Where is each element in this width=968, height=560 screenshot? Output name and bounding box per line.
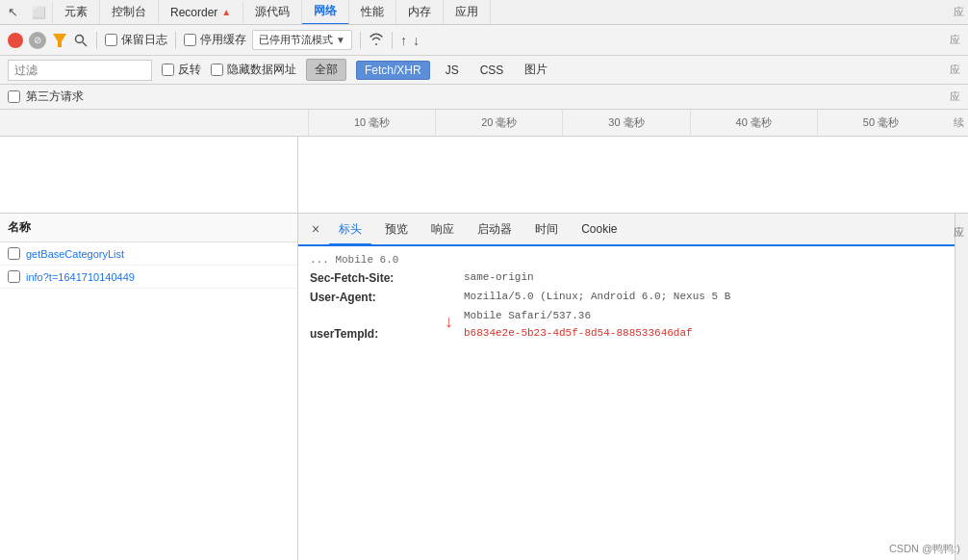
svg-marker-0 <box>53 34 66 47</box>
request-name-1[interactable]: getBaseCategoryList <box>26 248 124 260</box>
tab-preview[interactable]: 预览 <box>375 216 418 245</box>
timeline-mark-2: 20 毫秒 <box>435 110 562 136</box>
tab-cursor: ↖ <box>0 1 26 23</box>
header-value-mobile-safari: Mobile Safari/537.36 <box>464 310 591 321</box>
header-key-user-agent: User-Agent: <box>310 291 464 304</box>
right-panel-content: ... Mobile 6.0 Sec-Fetch-Site: same-orig… <box>298 246 955 560</box>
right-side-bar-label2: 应 <box>950 63 960 77</box>
filter-input[interactable] <box>8 60 152 81</box>
request-name-2[interactable]: info?t=1641710140449 <box>26 271 135 283</box>
right-side-bar-label: 应 <box>950 33 960 47</box>
disable-cache-input[interactable] <box>184 34 196 46</box>
throttle-select[interactable]: 已停用节流模式 ▼ <box>252 30 352 50</box>
preserve-log-checkbox[interactable]: 保留日志 <box>105 32 167 48</box>
red-arrow-indicator: ↓ <box>445 312 453 332</box>
disable-cache-label: 停用缓存 <box>200 32 246 48</box>
right-side-bar-label3: 应 <box>950 89 960 104</box>
css-filter-btn[interactable]: CSS <box>474 62 510 79</box>
timeline-mark-4: 40 毫秒 <box>690 110 817 136</box>
fetch-xhr-filter-btn[interactable]: Fetch/XHR <box>356 61 430 80</box>
tab-performance[interactable]: 性能 <box>349 0 396 24</box>
tab-console[interactable]: 控制台 <box>100 0 159 24</box>
tab-elements[interactable]: 元素 <box>53 0 100 24</box>
right-panel-tabs: × 标头 预览 响应 启动器 时间 Cookie <box>298 214 955 246</box>
header-key-sec-fetch-site: Sec-Fetch-Site: <box>310 271 464 285</box>
throttle-label: 已停用节流模式 <box>259 33 333 47</box>
timeline-right-empty <box>298 137 968 213</box>
left-panel-header: 名称 <box>0 214 297 242</box>
name-column-header: 名称 <box>8 219 31 236</box>
third-party-label: 第三方请求 <box>26 89 84 105</box>
timeline-left-empty <box>0 137 298 213</box>
timeline-markers: 10 毫秒 20 毫秒 30 毫秒 40 毫秒 50 毫秒 <box>298 110 954 136</box>
sep-1 <box>96 32 97 49</box>
throttle-arrow-icon: ▼ <box>336 35 345 45</box>
request-checkbox-1[interactable] <box>8 247 20 260</box>
timeline-mark-5: 50 毫秒 <box>817 110 944 136</box>
tab-recorder[interactable]: Recorder ▲ <box>159 2 243 23</box>
invert-label: 反转 <box>178 62 201 78</box>
tab-memory[interactable]: 内存 <box>396 0 444 24</box>
header-key-user-temp-id: userTempId: <box>310 327 464 341</box>
tab-headers[interactable]: 标头 <box>329 216 371 245</box>
tab-source[interactable]: 源代码 <box>243 0 302 24</box>
img-filter-btn[interactable]: 图片 <box>519 60 553 80</box>
timeline-mark-1: 10 毫秒 <box>308 110 435 136</box>
sep-4 <box>392 32 393 49</box>
tab-application[interactable]: 应用 <box>444 0 491 24</box>
svg-line-2 <box>83 42 87 46</box>
tab-cookie[interactable]: Cookie <box>572 216 626 243</box>
header-row-mobile-safari: Mobile Safari/537.36 <box>310 310 943 321</box>
download-icon[interactable]: ↓ <box>413 33 420 48</box>
right-side-label-1: 应 <box>950 5 968 19</box>
filter-icon[interactable] <box>52 33 67 48</box>
header-partial-top: ... Mobile 6.0 <box>310 254 943 266</box>
upload-icon[interactable]: ↑ <box>400 33 407 48</box>
search-icon[interactable] <box>73 33 89 48</box>
sep-2 <box>175 32 176 49</box>
invert-checkbox[interactable]: 反转 <box>162 62 201 78</box>
disable-cache-checkbox[interactable]: 停用缓存 <box>184 32 246 48</box>
svg-point-1 <box>76 35 84 42</box>
record-button[interactable] <box>8 33 23 48</box>
hide-data-urls-checkbox[interactable]: 隐藏数据网址 <box>211 62 296 78</box>
tab-response[interactable]: 响应 <box>421 216 464 245</box>
tab-initiator[interactable]: 启动器 <box>468 216 522 245</box>
header-row-user-temp-id: userTempId: b6834e2e-5b23-4d5f-8d54-8885… <box>310 327 943 341</box>
right-side-bar-label4: 续 <box>954 115 968 130</box>
header-row-sec-fetch-site: Sec-Fetch-Site: same-origin <box>310 271 943 285</box>
tab-network[interactable]: 网络 <box>302 0 349 25</box>
clear-button[interactable]: ⊘ <box>29 32 46 49</box>
request-checkbox-2[interactable] <box>8 270 20 283</box>
tab-timing[interactable]: 时间 <box>525 216 568 245</box>
csdn-watermark: CSDN @鸭鸭:) <box>889 542 960 556</box>
tab-element-icon[interactable]: ⬜ <box>26 2 53 23</box>
invert-input[interactable] <box>162 64 174 76</box>
header-value-user-agent: Mozilla/5.0 (Linux; Android 6.0; Nexus 5… <box>464 291 730 302</box>
preserve-log-label: 保留日志 <box>121 32 167 48</box>
hide-data-urls-label: 隐藏数据网址 <box>227 62 296 78</box>
right-side-bar: 应 <box>955 214 968 560</box>
wifi-icon[interactable] <box>369 32 384 48</box>
all-filter-btn[interactable]: 全部 <box>306 59 346 81</box>
header-row-user-agent: User-Agent: Mozilla/5.0 (Linux; Android … <box>310 291 943 304</box>
right-side-label-a: 应 <box>955 214 968 221</box>
preserve-log-input[interactable] <box>105 34 117 46</box>
sep-3 <box>360 32 361 49</box>
js-filter-btn[interactable]: JS <box>440 62 465 79</box>
request-item-2[interactable]: info?t=1641710140449 <box>0 266 297 289</box>
header-value-user-temp-id: b6834e2e-5b23-4d5f-8d54-888533646daf <box>464 327 693 339</box>
tab-close-btn[interactable]: × <box>306 219 325 239</box>
header-value-sec-fetch-site: same-origin <box>464 271 534 283</box>
timeline-mark-3: 30 毫秒 <box>562 110 689 136</box>
request-item-1[interactable]: getBaseCategoryList <box>0 242 297 266</box>
third-party-checkbox[interactable] <box>8 90 20 103</box>
left-panel-spacer <box>0 289 297 560</box>
hide-data-urls-input[interactable] <box>211 64 223 76</box>
